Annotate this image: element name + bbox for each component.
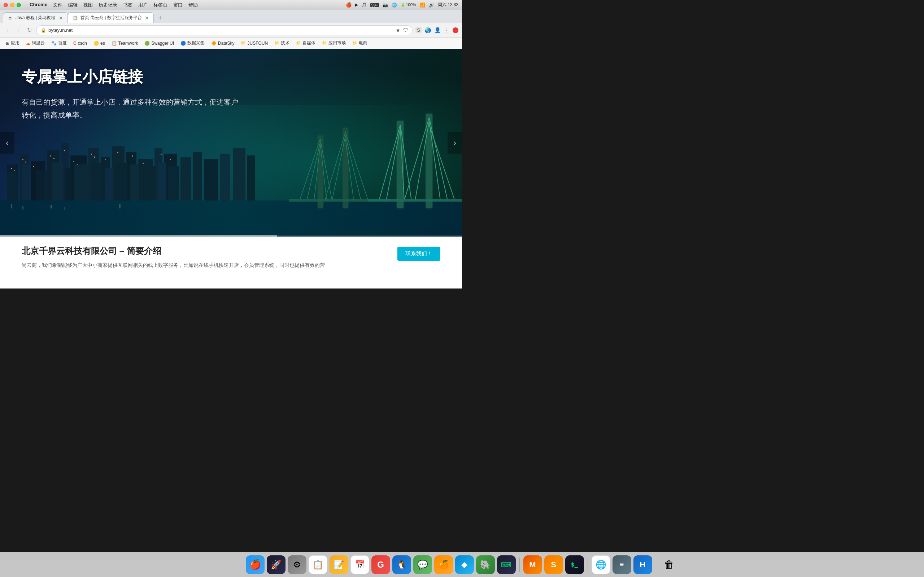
bookmark-csdn[interactable]: C csdn bbox=[70, 40, 90, 47]
bookmark-baidu[interactable]: 🐾 百度 bbox=[48, 39, 69, 47]
tab-bar: ☕ Java 教程 | 菜鸟教程 ✕ 📋 首页-尚云商 | 数字生活服务平台 ✕… bbox=[0, 10, 462, 23]
titlebar-right-icons: 🍎 ▶ 🎵 99+ 📷 🌐 🔋100% 📶 🔊 周六 12:32 bbox=[346, 2, 459, 8]
bookmark-datacollect[interactable]: 🔵 数据采集 bbox=[178, 39, 208, 47]
menu-file[interactable]: 文件 bbox=[53, 2, 63, 8]
carousel-progress-fill bbox=[0, 235, 277, 237]
menu-window[interactable]: 窗口 bbox=[173, 2, 183, 8]
menu-edit[interactable]: 编辑 bbox=[68, 2, 78, 8]
new-tab-button[interactable]: + bbox=[155, 13, 165, 23]
tab-title-shangyun: 首页-尚云商 | 数字生活服务平台 bbox=[81, 15, 142, 21]
hero-subtitle: 有自己的货源，开通掌上小店，通过多种有效的营销方式，促进客户 转化，提高成单率。 bbox=[22, 95, 238, 121]
traffic-lights bbox=[3, 3, 21, 7]
carousel-next-button[interactable]: › bbox=[447, 132, 462, 154]
bookmark-aliyun[interactable]: ☁ 阿里云 bbox=[23, 39, 48, 47]
baidu-icon: 🐾 bbox=[51, 41, 57, 46]
teamwork-icon: 📋 bbox=[111, 41, 117, 46]
menu-history[interactable]: 历史记录 bbox=[99, 2, 117, 8]
tab-favicon-java: ☕ bbox=[8, 16, 13, 21]
hero-title: 专属掌上小店链接 bbox=[22, 67, 440, 87]
bookmark-apps[interactable]: ⊞ 应用 bbox=[3, 39, 23, 47]
bookmark-media[interactable]: 📁 自媒体 bbox=[293, 39, 318, 47]
folder-icon-tech: 📁 bbox=[274, 41, 279, 45]
bookmark-swagger-label: Swagger UI bbox=[151, 41, 174, 46]
menu-user[interactable]: 用户 bbox=[138, 2, 148, 8]
bookmark-swagger[interactable]: 🟢 Swagger UI bbox=[142, 40, 177, 47]
folder-icon-appmarket: 📁 bbox=[322, 41, 327, 45]
bookmark-datacollect-label: 数据采集 bbox=[187, 40, 205, 46]
bookmark-baidu-label: 百度 bbox=[58, 40, 67, 46]
bookmark-jusfoun-label: JUSFOUN bbox=[247, 41, 268, 46]
bookmark-star-icon[interactable]: ★ bbox=[396, 27, 400, 34]
folder-icon-jusfoun: 📁 bbox=[241, 41, 246, 45]
status-indicator bbox=[452, 27, 459, 33]
bookmark-appmarket[interactable]: 📁 应用市场 bbox=[319, 39, 349, 47]
bookmark-datasky[interactable]: 🔶 DataSky bbox=[208, 40, 237, 47]
bookmark-jusfoun[interactable]: 📁 JUSFOUN bbox=[238, 40, 271, 47]
address-input-wrap: 🔒 byteyun.net ★ 🛡 bbox=[36, 25, 412, 35]
apps-icon: ⊞ bbox=[6, 41, 10, 46]
carousel-prev-button[interactable]: ‹ bbox=[0, 132, 15, 154]
reload-button[interactable]: ↻ bbox=[25, 26, 33, 34]
translate-icon[interactable]: 🌏 bbox=[425, 27, 431, 34]
bookmark-teamwork[interactable]: 📋 Teamwork bbox=[109, 40, 141, 47]
hero-subtitle-line2: 转化，提高成单率。 bbox=[22, 111, 87, 119]
bookmark-tech-label: 技术 bbox=[281, 40, 289, 46]
tab-close-shangyun[interactable]: ✕ bbox=[145, 15, 149, 21]
tab-close-java[interactable]: ✕ bbox=[59, 15, 63, 21]
menu-help[interactable]: 帮助 bbox=[188, 2, 198, 8]
bookmark-media-label: 自媒体 bbox=[302, 40, 315, 46]
url-display[interactable]: byteyun.net bbox=[48, 27, 393, 33]
bookmarks-bar: ⊞ 应用 ☁ 阿里云 🐾 百度 C csdn 🟡 es 📋 Teamwork 🟢… bbox=[0, 37, 462, 49]
forward-button[interactable]: › bbox=[15, 26, 23, 34]
es-icon: 🟡 bbox=[94, 41, 99, 46]
extension-s-icon[interactable]: S bbox=[415, 27, 422, 33]
tab-shangyun[interactable]: 📋 首页-尚云商 | 数字生活服务平台 ✕ bbox=[68, 12, 154, 23]
company-title: 北京千界云科技有限公司 – 简要介绍 bbox=[22, 245, 325, 257]
bookmark-aliyun-label: 阿里云 bbox=[32, 40, 45, 46]
titlebar: Chrome 文件 编辑 视图 历史记录 书签 用户 标签页 窗口 帮助 🍎 ▶… bbox=[0, 0, 462, 10]
contact-button[interactable]: 联系我们！ bbox=[397, 247, 440, 261]
close-button[interactable] bbox=[3, 3, 8, 7]
aliyun-icon: ☁ bbox=[26, 41, 30, 46]
back-button[interactable]: ‹ bbox=[3, 26, 11, 34]
bookmark-appmarket-label: 应用市场 bbox=[328, 40, 346, 46]
menu-chrome[interactable]: Chrome bbox=[30, 2, 47, 8]
address-bar: ‹ › ↻ 🔒 byteyun.net ★ 🛡 S 🌏 👤 ⋮ bbox=[0, 23, 462, 37]
bookmark-teamwork-label: Teamwork bbox=[118, 41, 138, 46]
bookmark-ecommerce-label: 电商 bbox=[359, 40, 367, 46]
menu-bookmarks[interactable]: 书签 bbox=[123, 2, 132, 8]
folder-icon-ecommerce: 📁 bbox=[352, 41, 357, 45]
folder-icon-media: 📁 bbox=[296, 41, 301, 45]
company-description: 尚云商，我们希望能够为广大中小商家提供互联网相关的线上数字服务，比如说在线手机快… bbox=[22, 261, 325, 270]
maximize-button[interactable] bbox=[16, 3, 21, 7]
menu-tabs[interactable]: 标签页 bbox=[153, 2, 168, 8]
company-info: 北京千界云科技有限公司 – 简要介绍 尚云商，我们希望能够为广大中小商家提供互联… bbox=[22, 245, 325, 270]
address-bar-icons: ★ 🛡 bbox=[396, 27, 408, 34]
tab-java[interactable]: ☕ Java 教程 | 菜鸟教程 ✕ bbox=[3, 12, 68, 23]
city-skyline bbox=[0, 105, 462, 237]
menu-bar: Chrome 文件 编辑 视图 历史记录 书签 用户 标签页 窗口 帮助 bbox=[30, 2, 198, 8]
hero-subtitle-line1: 有自己的货源，开通掌上小店，通过多种有效的营销方式，促进客户 bbox=[22, 98, 238, 106]
bookmark-datasky-label: DataSky bbox=[218, 41, 234, 46]
bookmark-es[interactable]: 🟡 es bbox=[90, 40, 108, 47]
svg-rect-81 bbox=[0, 105, 462, 237]
tab-title-java: Java 教程 | 菜鸟教程 bbox=[16, 15, 56, 21]
bookmark-es-label: es bbox=[100, 41, 105, 46]
minimize-button[interactable] bbox=[10, 3, 15, 7]
user-icon[interactable]: 👤 bbox=[434, 27, 441, 34]
carousel-progress-bar bbox=[0, 235, 462, 237]
content-area: 专属掌上小店链接 有自己的货源，开通掌上小店，通过多种有效的营销方式，促进客户 … bbox=[0, 49, 462, 288]
menu-view[interactable]: 视图 bbox=[83, 2, 93, 8]
swagger-icon: 🟢 bbox=[144, 41, 150, 46]
datacollect-icon: 🔵 bbox=[181, 41, 186, 46]
menu-icon[interactable]: ⋮ bbox=[444, 27, 450, 34]
csdn-icon: C bbox=[73, 41, 76, 46]
shield-icon: 🛡 bbox=[403, 27, 408, 33]
bookmark-ecommerce[interactable]: 📁 电商 bbox=[349, 39, 370, 47]
bottom-section: 北京千界云科技有限公司 – 简要介绍 尚云商，我们希望能够为广大中小商家提供互联… bbox=[0, 237, 462, 288]
datasky-icon: 🔶 bbox=[211, 41, 216, 46]
hero-banner: 专属掌上小店链接 有自己的货源，开通掌上小店，通过多种有效的营销方式，促进客户 … bbox=[0, 49, 462, 237]
bookmark-apps-label: 应用 bbox=[11, 40, 19, 46]
bookmark-tech[interactable]: 📁 技术 bbox=[271, 39, 292, 47]
tab-favicon-shangyun: 📋 bbox=[73, 16, 78, 21]
